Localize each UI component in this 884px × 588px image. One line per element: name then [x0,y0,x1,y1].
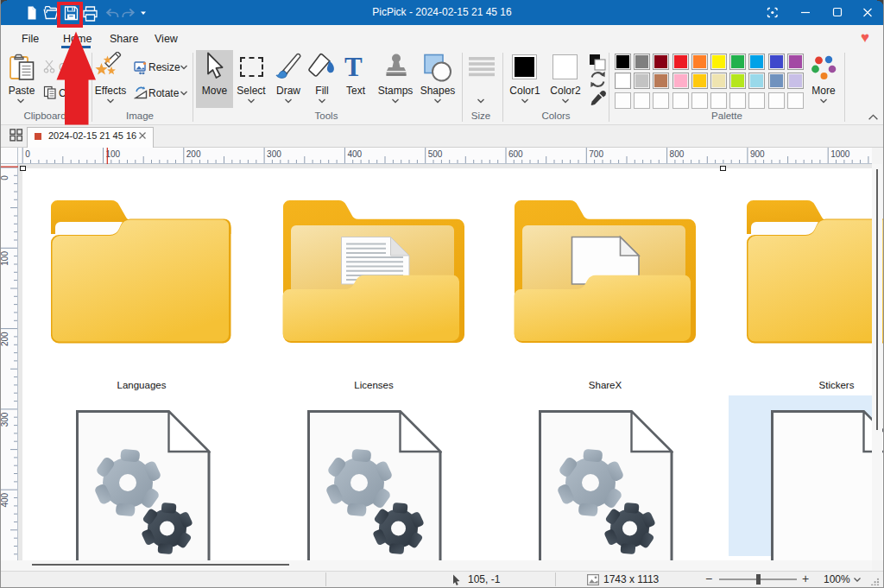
svg-text:400: 400 [347,149,362,159]
svg-text:0: 0 [0,175,9,180]
svg-text:100: 100 [0,251,9,266]
svg-text:300: 300 [0,412,9,427]
svg-text:1000: 1000 [830,149,850,159]
svg-text:300: 300 [267,149,281,159]
svg-text:200: 200 [0,332,9,346]
svg-text:100: 100 [106,149,121,159]
svg-text:600: 600 [508,149,523,159]
svg-text:500: 500 [428,149,443,159]
svg-text:200: 200 [186,149,201,159]
svg-text:800: 800 [670,149,685,159]
svg-text:700: 700 [589,149,603,159]
svg-text:900: 900 [750,149,765,159]
svg-text:400: 400 [0,492,9,507]
svg-text:0: 0 [25,149,30,159]
